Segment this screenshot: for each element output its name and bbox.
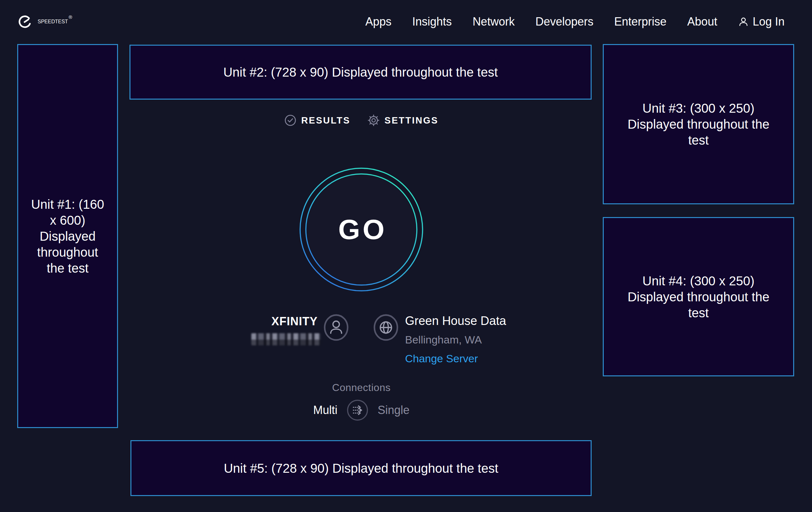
main-nav: Apps Insights Network Developers Enterpr…: [365, 0, 785, 44]
speedtest-page: SPEEDTEST® Apps Insights Network Develop…: [0, 0, 812, 512]
nav-item-apps[interactable]: Apps: [365, 15, 391, 28]
ad-unit-3[interactable]: Unit #3: (300 x 250) Displayed throughou…: [603, 44, 794, 204]
connection-mode-single[interactable]: Single: [378, 403, 409, 417]
connection-toggle[interactable]: [346, 399, 369, 421]
nav-item-about[interactable]: About: [687, 15, 717, 28]
go-button[interactable]: GO: [299, 167, 424, 292]
connection-mode-multi[interactable]: Multi: [313, 403, 338, 417]
nav-item-insights[interactable]: Insights: [412, 15, 452, 28]
gear-icon: [368, 114, 380, 127]
go-button-label: GO: [299, 167, 424, 292]
nav-item-network[interactable]: Network: [473, 15, 515, 28]
tab-settings[interactable]: SETTINGS: [368, 114, 438, 127]
ad-unit-5[interactable]: Unit #5: (728 x 90) Displayed throughout…: [130, 440, 591, 496]
ad-unit-4[interactable]: Unit #4: (300 x 250) Displayed throughou…: [603, 217, 794, 376]
redacted-ip: [251, 333, 321, 345]
isp-user-icon: [323, 314, 349, 343]
ad-unit-3-text: Unit #3: (300 x 250) Displayed throughou…: [627, 100, 770, 148]
logo-text: SPEEDTEST®: [38, 19, 71, 25]
server-name: Green House Data: [405, 314, 506, 328]
speedtest-logo[interactable]: SPEEDTEST®: [17, 0, 71, 44]
tab-results[interactable]: RESULTS: [284, 114, 350, 127]
nav-item-developers[interactable]: Developers: [535, 15, 593, 28]
speedometer-icon: [17, 14, 32, 29]
ad-unit-4-text: Unit #4: (300 x 250) Displayed throughou…: [627, 273, 770, 321]
nav-item-enterprise[interactable]: Enterprise: [614, 15, 667, 28]
ad-unit-5-text: Unit #5: (728 x 90) Displayed throughout…: [224, 460, 498, 476]
top-nav-bar: SPEEDTEST® Apps Insights Network Develop…: [0, 0, 812, 44]
view-tabs: RESULTS: [284, 114, 438, 127]
ad-unit-2[interactable]: Unit #2: (728 x 90) Displayed throughout…: [129, 45, 591, 100]
tab-settings-label: SETTINGS: [385, 115, 438, 126]
person-icon: [738, 16, 749, 27]
server-location: Bellingham, WA: [405, 333, 506, 346]
ad-unit-2-text: Unit #2: (728 x 90) Displayed throughout…: [223, 64, 498, 80]
change-server-link[interactable]: Change Server: [405, 352, 478, 365]
check-circle-icon: [284, 114, 296, 127]
globe-icon: [373, 314, 399, 343]
server-info: Green House Data Bellingham, WA Change S…: [405, 314, 506, 365]
login-button[interactable]: Log In: [738, 15, 785, 28]
isp-name: XFINITY: [271, 315, 318, 328]
connections-row: Multi Single: [313, 399, 409, 421]
multi-connections-icon: [346, 399, 369, 421]
login-label: Log In: [753, 15, 785, 28]
trademark-symbol: ®: [68, 15, 72, 20]
connections-label: Connections: [332, 382, 390, 394]
ad-unit-1-text: Unit #1: (160 x 600) Displayed throughou…: [30, 196, 106, 276]
tab-results-label: RESULTS: [301, 115, 350, 126]
ad-unit-1[interactable]: Unit #1: (160 x 600) Displayed throughou…: [17, 44, 118, 428]
